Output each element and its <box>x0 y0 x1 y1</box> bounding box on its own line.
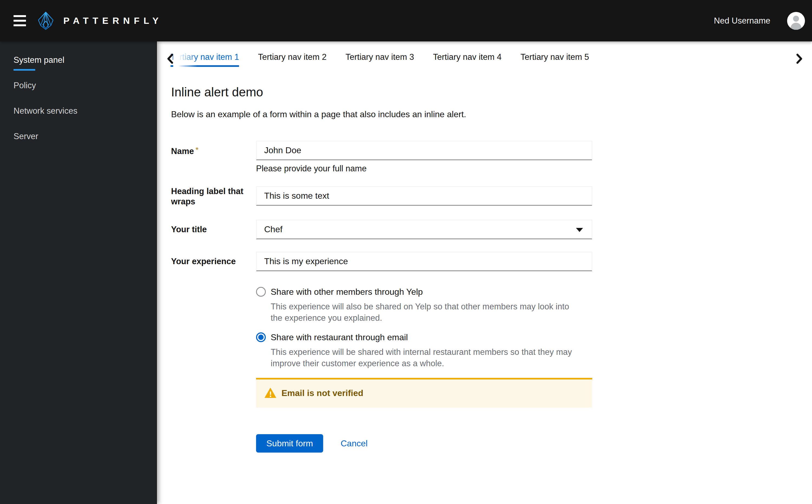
form-row-actions: Submit form Cancel <box>171 408 592 453</box>
page-description: Below is an example of a form within a p… <box>171 108 812 120</box>
sidebar-item-system-panel[interactable]: System panel <box>0 47 157 73</box>
radio-unchecked-icon[interactable] <box>256 287 266 297</box>
tab-tertiary-nav-item-4[interactable]: Tertiary nav item 4 <box>433 52 502 67</box>
radio-option-yelp: Share with other members through Yelp Th… <box>256 286 592 324</box>
cancel-link[interactable]: Cancel <box>340 438 368 449</box>
tab-tertiary-nav-item-1[interactable]: Tertiary nav item 1 <box>171 52 239 67</box>
tab-tertiary-nav-item-2[interactable]: Tertiary nav item 2 <box>258 52 326 67</box>
radio-email-label: Share with restaurant through email <box>271 331 408 343</box>
person-icon <box>787 12 805 30</box>
form-row-share-options: Share with other members through Yelp Th… <box>171 286 592 369</box>
radio-checked-icon[interactable] <box>256 332 266 342</box>
tab-tertiary-nav-item-3[interactable]: Tertiary nav item 3 <box>346 52 414 67</box>
form-row-alert: Email is not verified <box>171 369 592 408</box>
name-label: Name* <box>171 145 198 156</box>
your-title-selected-value: Chef <box>264 224 283 234</box>
your-title-select[interactable]: Chef <box>256 220 592 239</box>
radio-option-email: Share with restaurant through email This… <box>256 331 592 369</box>
alert-title: Email is not verified <box>281 387 363 399</box>
radio-yelp-label: Share with other members through Yelp <box>271 286 423 298</box>
tertiary-nav-tabs: Tertiary nav item 1 Tertiary nav item 2 … <box>157 41 812 67</box>
warning-inline-alert: Email is not verified <box>256 378 592 408</box>
your-title-label: Your title <box>171 224 207 235</box>
user-avatar[interactable] <box>787 12 805 30</box>
user-name[interactable]: Ned Username <box>714 16 770 26</box>
form-row-name: Name* Please provide your full name <box>171 141 592 174</box>
radio-yelp-description: This experience will also be shared on Y… <box>271 301 578 324</box>
inline-alert-demo-form: Name* Please provide your full name Head… <box>171 141 592 453</box>
caret-down-icon <box>576 228 583 232</box>
main-section: Inline alert demo Below is an example of… <box>157 67 812 453</box>
radio-email-description: This experience will be shared with inte… <box>271 346 578 369</box>
required-asterisk: * <box>195 146 198 154</box>
sidebar-item-server[interactable]: Server <box>0 124 157 149</box>
radio-yelp[interactable]: Share with other members through Yelp <box>256 286 592 298</box>
radio-email[interactable]: Share with restaurant through email <box>256 331 592 343</box>
page-title: Inline alert demo <box>171 84 812 100</box>
page-content: Tertiary nav item 1 Tertiary nav item 2 … <box>157 41 812 504</box>
tabs-scroll-right-chevron-icon[interactable] <box>796 53 803 65</box>
brand-title: PATTERNFLY <box>63 15 163 26</box>
tabs-scroll-left-chevron-icon[interactable] <box>167 53 174 65</box>
name-input[interactable] <box>256 141 592 160</box>
form-row-your-title: Your title Chef <box>171 220 592 239</box>
heading-label: Heading label that wraps <box>171 186 251 207</box>
form-row-heading: Heading label that wraps <box>171 186 592 207</box>
your-experience-label: Your experience <box>171 256 236 267</box>
name-helper-text: Please provide your full name <box>256 163 592 174</box>
patternfly-logo-icon <box>37 11 55 30</box>
warning-triangle-icon <box>265 388 276 398</box>
heading-input[interactable] <box>256 186 592 206</box>
submit-form-button[interactable]: Submit form <box>256 434 323 453</box>
masthead: PATTERNFLY Ned Username <box>0 0 812 41</box>
nav-toggle-hamburger-icon[interactable] <box>14 15 26 26</box>
sidebar-item-network-services[interactable]: Network services <box>0 98 157 124</box>
sidebar-nav: System panel Policy Network services Ser… <box>0 41 157 504</box>
tab-tertiary-nav-item-5[interactable]: Tertiary nav item 5 <box>520 52 589 67</box>
form-row-your-experience: Your experience <box>171 252 592 271</box>
sidebar-item-policy[interactable]: Policy <box>0 73 157 98</box>
your-experience-input[interactable] <box>256 252 592 271</box>
